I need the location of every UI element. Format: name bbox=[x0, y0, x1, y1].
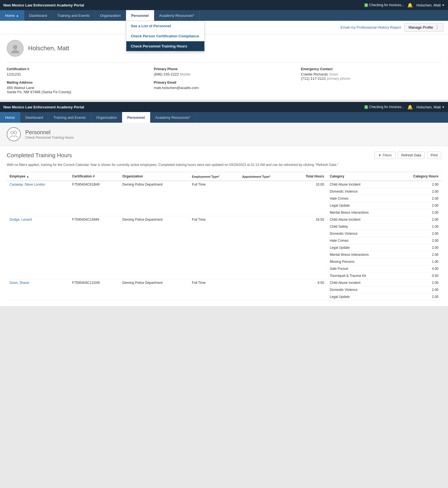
notification-bell-icon-2[interactable]: 🔔 bbox=[407, 104, 413, 110]
tab-home-label: Home bbox=[5, 13, 15, 18]
category-hours: 2.00 bbox=[394, 244, 441, 251]
email-label: Primary Email bbox=[154, 81, 294, 85]
dropdown-see-list-label: See a List of Personnel bbox=[131, 24, 171, 28]
col-category-hours[interactable]: Category Hours bbox=[394, 172, 441, 181]
tab-academy-resources[interactable]: Academy Resources* bbox=[154, 10, 200, 21]
training-table: Employee ▲ Certification # Organization … bbox=[7, 172, 441, 300]
profile-header-bar: Email my Professional History Report Man… bbox=[0, 21, 448, 34]
table-row: Caraway, Steve LondonF7595404C61B49Demin… bbox=[7, 181, 441, 188]
category-hours: 2.00 bbox=[394, 279, 441, 286]
col-employee[interactable]: Employee ▲ bbox=[7, 172, 69, 181]
svg-point-0 bbox=[13, 45, 17, 49]
employee-name[interactable]: Dodge, Lenard bbox=[7, 216, 69, 279]
category-name: Domestic Violence bbox=[327, 230, 395, 237]
organization: Deming Police Department bbox=[120, 216, 189, 279]
col-appt-type[interactable]: Appointment Type* bbox=[239, 172, 291, 181]
category-hours: 2.00 bbox=[394, 209, 441, 216]
col-org[interactable]: Organization bbox=[120, 172, 189, 181]
dropdown-check-training[interactable]: Check Personnel Training Hours bbox=[126, 41, 204, 51]
profile-details: Certification # 1231231 Mailing Address … bbox=[7, 62, 441, 94]
tab-training-events[interactable]: Training and Events bbox=[52, 10, 95, 21]
employment-type: Full Time bbox=[189, 279, 239, 300]
top-section: New Mexico Law Enforcement Academy Porta… bbox=[0, 0, 448, 100]
user-caret-icon-2: ▼ bbox=[442, 106, 445, 109]
dropdown-check-training-label: Check Personnel Training Hours bbox=[131, 44, 187, 48]
col-cert[interactable]: Certification # bbox=[69, 172, 120, 181]
category-name: Mental Illness Interactions bbox=[327, 209, 395, 216]
tab-dashboard-2[interactable]: Dashboard bbox=[20, 112, 49, 123]
tab-organization[interactable]: Organization bbox=[95, 10, 126, 21]
table-row: Dodge, LenardF7595404C14949Deming Police… bbox=[7, 216, 441, 223]
svg-point-2 bbox=[11, 131, 13, 134]
tab-dashboard[interactable]: Dashboard bbox=[24, 10, 52, 21]
tab-personnel-2[interactable]: Personnel bbox=[122, 112, 150, 123]
tab-dashboard-label-2: Dashboard bbox=[25, 115, 43, 120]
phone-value: (696) 235-2222 Mobile bbox=[154, 72, 294, 76]
emergency-phone: (711) 117-2121 primary phone bbox=[301, 76, 441, 81]
tab-personnel-label-2: Personnel bbox=[127, 115, 145, 120]
employee-name[interactable]: Caraway, Steve London bbox=[7, 181, 69, 216]
email-history-link[interactable]: Email my Professional History Report bbox=[340, 25, 401, 29]
info-text: With no filters applied, training for th… bbox=[7, 162, 441, 167]
tab-home[interactable]: Home ▲ bbox=[0, 10, 24, 21]
personnel-icon bbox=[7, 127, 21, 141]
personnel-dropdown: See a List of Personnel Check Person Cer… bbox=[126, 21, 205, 52]
col-category[interactable]: Category bbox=[327, 172, 395, 181]
print-button[interactable]: Print bbox=[427, 152, 441, 159]
cert-number: F7595404C61B49 bbox=[69, 181, 120, 216]
user-menu-2[interactable]: Holschen, Matt ▼ bbox=[416, 105, 445, 109]
top-navbar: New Mexico Law Enforcement Academy Porta… bbox=[0, 0, 448, 10]
navbar-right: $ Checking for invoices... 🔔 Holschen, M… bbox=[364, 3, 445, 8]
tab-organization-2[interactable]: Organization bbox=[91, 112, 122, 123]
col-total-hours[interactable]: Total Hours bbox=[291, 172, 327, 181]
cert-label: Certification # bbox=[7, 67, 147, 71]
top-nav-tabs: Home ▲ Dashboard Training and Events Org… bbox=[0, 10, 448, 21]
invoice-status[interactable]: $ Checking for invoices... bbox=[364, 3, 404, 7]
category-name: Domestic Violence bbox=[327, 188, 395, 195]
emergency-name: Colette Richards Sister bbox=[301, 72, 441, 76]
category-name: Legal Update bbox=[327, 293, 395, 300]
tab-organization-label-2: Organization bbox=[96, 115, 117, 120]
tab-organization-label: Organization bbox=[100, 13, 121, 18]
invoice-text-2: Checking for invoices... bbox=[369, 105, 404, 109]
tab-academy-resources-2[interactable]: Academy Resources* bbox=[150, 112, 196, 123]
col-emp-type[interactable]: Employment Type* bbox=[189, 172, 239, 181]
organization: Deming Police Department bbox=[120, 181, 189, 216]
notification-bell-icon[interactable]: 🔔 bbox=[407, 3, 413, 8]
category-name: Legal Update bbox=[327, 202, 395, 209]
manage-profile-button[interactable]: Manage Profile ⋮ bbox=[404, 23, 444, 32]
tab-academy-resources-label-2: Academy Resources* bbox=[155, 115, 190, 120]
category-name: Child Safety bbox=[327, 223, 395, 230]
invoice-text: Checking for invoices... bbox=[369, 3, 404, 7]
user-menu[interactable]: Holschen, Matt ▼ bbox=[416, 3, 445, 7]
category-hours: 2.00 bbox=[394, 195, 441, 202]
appointment-type bbox=[239, 181, 291, 216]
total-hours: 9.50 bbox=[291, 279, 327, 300]
category-hours: 2.00 bbox=[394, 216, 441, 223]
navbar-right-2: $ Checking for invoices... 🔔 Holschen, M… bbox=[364, 104, 445, 110]
filters-button[interactable]: ▼ Filters bbox=[374, 152, 396, 159]
tab-training-events-2[interactable]: Training and Events bbox=[48, 112, 91, 123]
table-row: Dunn, ShaneF7595404C11D49Deming Police D… bbox=[7, 279, 441, 286]
organization: Deming Police Department bbox=[120, 279, 189, 300]
tab-personnel[interactable]: Personnel See a List of Personnel Check … bbox=[126, 10, 154, 21]
category-hours: 2.00 bbox=[394, 188, 441, 195]
category-name: Child Abuse Incident bbox=[327, 279, 395, 286]
invoice-status-2[interactable]: $ Checking for invoices... bbox=[364, 105, 404, 109]
emergency-group: Emergency Contact Colette Richards Siste… bbox=[301, 67, 441, 94]
phone-group: Primary Phone (696) 235-2222 Mobile Prim… bbox=[154, 67, 294, 94]
category-name: Safe Pursuit bbox=[327, 265, 395, 272]
category-name: Tourniquet & Trauma Kit bbox=[327, 272, 395, 279]
employee-name[interactable]: Dunn, Shane bbox=[7, 279, 69, 300]
tab-home-2[interactable]: Home bbox=[0, 112, 20, 123]
dropdown-check-cert[interactable]: Check Person Certification Compliance bbox=[126, 31, 204, 41]
email-value[interactable]: matt.holschen@acadis.com bbox=[154, 86, 294, 90]
svg-point-3 bbox=[14, 131, 17, 134]
appointment-type bbox=[239, 279, 291, 300]
bottom-nav-tabs: Home Dashboard Training and Events Organ… bbox=[0, 112, 448, 123]
personnel-title-block: Personnel Check Personnel Training Hours bbox=[25, 129, 74, 140]
category-hours: 2.00 bbox=[394, 237, 441, 244]
dropdown-see-list[interactable]: See a List of Personnel bbox=[126, 21, 204, 31]
category-hours: 2.00 bbox=[394, 286, 441, 293]
refresh-data-button[interactable]: Refresh Data bbox=[398, 152, 425, 159]
